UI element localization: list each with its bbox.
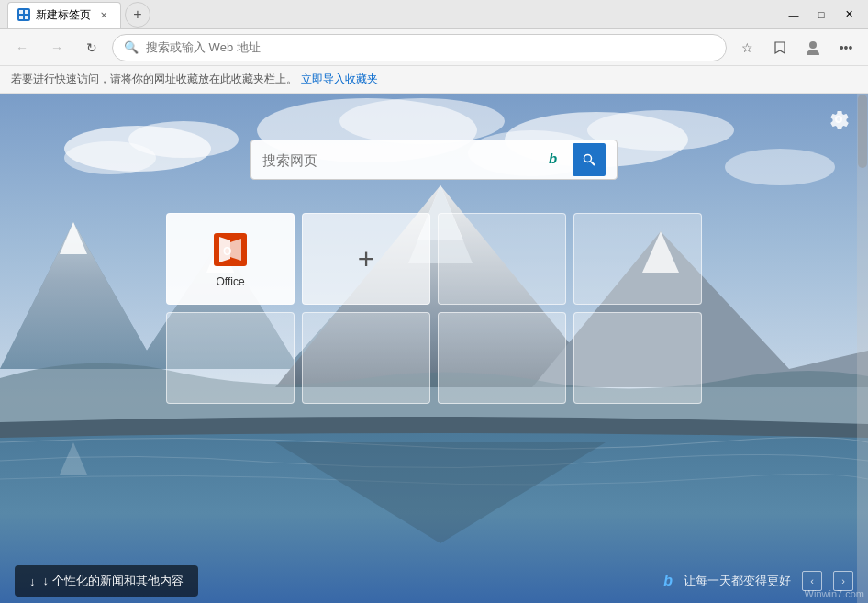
- title-bar: 新建标签页 ✕ + — □ ✕: [0, 0, 868, 29]
- bookmarks-message: 若要进行快速访问，请将你的网址收藏放在此收藏夹栏上。: [11, 72, 297, 87]
- back-button[interactable]: ←: [7, 33, 37, 62]
- new-tab-button[interactable]: +: [125, 2, 150, 28]
- maximize-button[interactable]: □: [809, 6, 833, 24]
- active-tab[interactable]: 新建标签页 ✕: [7, 2, 121, 28]
- personalize-label: ↓ 个性化的新闻和其他内容: [43, 573, 184, 589]
- search-input[interactable]: [262, 152, 540, 168]
- svg-point-4: [809, 41, 817, 49]
- watermark: Winwin7.com: [801, 585, 868, 603]
- address-search-icon: 🔍: [124, 40, 139, 54]
- tab-close-btn[interactable]: ✕: [96, 7, 111, 22]
- tab-strip: 新建标签页 ✕ +: [7, 2, 782, 28]
- search-submit-button[interactable]: [573, 143, 606, 176]
- favorites-button[interactable]: ☆: [732, 33, 762, 62]
- search-container: b: [250, 140, 618, 180]
- office-tile-label: Office: [216, 275, 244, 288]
- svg-point-14: [339, 98, 505, 144]
- profile-button[interactable]: [798, 33, 828, 62]
- tab-label: 新建标签页: [36, 7, 91, 23]
- dial-tile-empty-6[interactable]: [573, 312, 702, 404]
- svg-rect-0: [19, 10, 23, 14]
- bookmarks-bar: 若要进行快速访问，请将你的网址收藏放在此收藏夹栏上。 立即导入收藏夹: [0, 66, 868, 94]
- address-bar[interactable]: 🔍: [112, 34, 727, 61]
- svg-line-30: [591, 162, 595, 165]
- nav-bar: ← → ↻ 🔍 ☆ •••: [0, 29, 868, 66]
- office-icon: O: [210, 229, 250, 270]
- svg-text:b: b: [549, 151, 557, 166]
- bottom-bar: ↓ ↓ 个性化的新闻和其他内容 b 让每一天都变得更好 ‹ ›: [0, 559, 868, 603]
- speed-dial-grid: O Office +: [166, 213, 702, 404]
- bing-logo: b: [547, 149, 565, 172]
- dial-tile-office[interactable]: O Office: [166, 213, 295, 305]
- dial-tile-add[interactable]: +: [302, 213, 430, 305]
- refresh-button[interactable]: ↻: [77, 33, 106, 62]
- reading-list-button[interactable]: [765, 33, 795, 62]
- add-icon: +: [358, 244, 375, 274]
- main-content: b O Office +: [0, 94, 868, 603]
- tab-favicon: [17, 8, 30, 21]
- svg-text:O: O: [223, 245, 231, 258]
- forward-button[interactable]: →: [42, 33, 72, 62]
- settings-gear-button[interactable]: [824, 105, 853, 134]
- svg-rect-2: [19, 16, 23, 19]
- settings-more-button[interactable]: •••: [831, 33, 861, 62]
- scrollbar-thumb[interactable]: [858, 95, 867, 168]
- dial-tile-empty-5[interactable]: [438, 312, 566, 404]
- personalize-button[interactable]: ↓ ↓ 个性化的新闻和其他内容: [15, 565, 198, 597]
- svg-point-12: [725, 149, 835, 185]
- motto-text: 让每一天都变得更好: [684, 573, 791, 589]
- search-box[interactable]: b: [250, 140, 618, 180]
- svg-point-29: [584, 155, 592, 162]
- svg-rect-3: [25, 16, 28, 19]
- dial-tile-empty-2[interactable]: [573, 213, 702, 305]
- window-controls: — □ ✕: [782, 6, 861, 24]
- svg-point-8: [64, 141, 156, 174]
- down-arrow-icon: ↓: [29, 575, 36, 588]
- nav-right-buttons: ☆ •••: [732, 33, 861, 62]
- watermark-text: Winwin7.com: [805, 588, 864, 599]
- dial-tile-empty-4[interactable]: [302, 312, 430, 404]
- dial-tile-empty-1[interactable]: [438, 213, 566, 305]
- scrollbar-track[interactable]: [857, 94, 868, 603]
- bing-small-logo: b: [663, 573, 673, 589]
- close-button[interactable]: ✕: [837, 6, 861, 24]
- address-input[interactable]: [146, 40, 715, 54]
- minimize-button[interactable]: —: [782, 6, 806, 24]
- import-favorites-link[interactable]: 立即导入收藏夹: [301, 72, 378, 87]
- svg-rect-1: [25, 10, 28, 14]
- dial-tile-empty-3[interactable]: [166, 312, 295, 404]
